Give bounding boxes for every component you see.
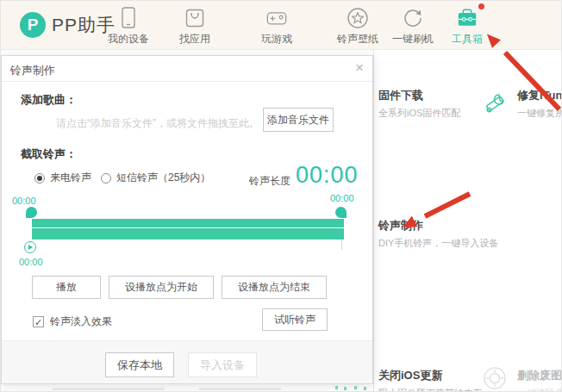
close-icon[interactable]: × <box>355 59 364 77</box>
background-waveform-tick <box>344 387 347 390</box>
track-end-marker <box>341 240 342 250</box>
toolbox-icon <box>456 7 478 29</box>
tool-title: 固件下载 <box>378 88 460 103</box>
radio-sms-ringtone[interactable]: 短信铃声（25秒内） <box>101 171 210 185</box>
background-waveform-tick <box>335 386 338 389</box>
ringtone-maker-dialog: 铃声制作 × 添加歌曲： 请点击“添加音乐文件”，或将文件拖拽至此。 添加音乐文… <box>1 55 373 384</box>
gear-icon <box>483 366 507 392</box>
ringtone-length-label: 铃声长度 <box>249 174 290 189</box>
tool-subtitle: DIY手机铃声，一键导入设备 <box>378 237 498 250</box>
background-text-remnant <box>199 388 281 390</box>
slider-start-handle[interactable] <box>26 207 37 218</box>
radio-unselected-icon <box>101 173 111 184</box>
radio-label: 短信铃声（25秒内） <box>116 171 210 185</box>
nav-play-games[interactable]: 玩游戏 <box>249 7 304 47</box>
background-waveform-tick <box>364 387 366 390</box>
ringtone-length-value: 00:00 <box>296 162 359 189</box>
nav-ringtone-wallpaper[interactable]: 铃声壁纸 <box>330 7 385 47</box>
drop-zone-placeholder: 请点击“添加音乐文件”，或将文件拖拽至此。 <box>56 116 259 131</box>
radio-selected-icon <box>34 173 45 184</box>
slider-start-time: 00:00 <box>12 196 36 206</box>
checkbox-checked-icon: ✓ <box>33 316 44 327</box>
tool-title: 关闭iOS更新 <box>378 368 483 383</box>
nav-one-key-flash[interactable]: 一键刷机 <box>385 7 440 47</box>
cut-ringtone-label: 截取铃声： <box>21 146 77 162</box>
refresh-icon <box>402 7 424 29</box>
top-navigation-bar: P PP助手 我的设备 找应用 <box>1 1 562 50</box>
play-button[interactable]: 播放 <box>32 276 101 299</box>
nav-label: 一键刷机 <box>392 32 434 47</box>
nav-label: 我的设备 <box>108 32 149 47</box>
preview-ringtone-button[interactable]: 试听铃声 <box>262 308 328 331</box>
add-song-label: 添加歌曲： <box>21 92 77 108</box>
tool-title: 删除废图标 <box>517 368 562 383</box>
tool-subtitle: 全系列iOS固件匹配 <box>378 107 460 120</box>
radio-call-ringtone[interactable]: 来电铃声 <box>34 171 91 185</box>
background-waveform-tick <box>354 386 357 389</box>
bag-icon <box>184 7 206 29</box>
fade-in-checkbox[interactable]: ✓ 铃声淡入效果 <box>33 314 112 329</box>
nav-label: 找应用 <box>179 32 210 47</box>
nav-label: 工具箱 <box>452 32 483 47</box>
tool-title: 铃声制作 <box>378 218 498 233</box>
set-end-button[interactable]: 设播放点为结束 <box>222 276 327 299</box>
tool-subtitle: 阻止固件预下载节约内存 <box>378 387 483 392</box>
radio-label: 来电铃声 <box>50 171 91 185</box>
tool-subtitle: 一键清除废图标 <box>517 387 562 392</box>
nav-label: 铃声壁纸 <box>337 32 378 47</box>
tool-close-ios-update[interactable]: 关闭iOS更新 阻止固件预下载节约内存 <box>378 368 483 392</box>
dialog-titlebar: 铃声制作 × <box>2 56 372 82</box>
nav-toolbox[interactable]: 工具箱 <box>440 7 495 47</box>
tool-delete-waste-icons[interactable]: 删除废图标 一键清除废图标 <box>517 368 562 392</box>
wrench-icon <box>481 90 509 121</box>
slider-end-handle[interactable] <box>335 207 347 218</box>
playhead-icon[interactable] <box>24 241 36 253</box>
import-device-button[interactable]: 导入设备 <box>188 352 257 377</box>
star-circle-icon <box>347 7 369 29</box>
waveform-track[interactable] <box>32 219 344 240</box>
nav-my-devices[interactable]: 我的设备 <box>101 7 156 47</box>
pp-assistant-window: P PP助手 我的设备 找应用 <box>0 0 562 392</box>
set-start-button[interactable]: 设播放点为开始 <box>109 276 214 299</box>
playhead-time: 00:00 <box>19 257 43 267</box>
phone-icon <box>117 7 140 29</box>
dialog-title: 铃声制作 <box>10 63 55 78</box>
nav-find-apps[interactable]: 找应用 <box>167 7 222 47</box>
checkbox-label: 铃声淡入效果 <box>50 314 112 329</box>
tool-firmware-download[interactable]: 固件下载 全系列iOS固件匹配 <box>378 88 460 120</box>
slider-end-time: 00:00 <box>330 193 354 203</box>
notification-dot <box>478 3 484 9</box>
play-triangle-icon <box>28 245 33 250</box>
save-local-button[interactable]: 保存本地 <box>105 352 174 377</box>
tool-ringtone-maker[interactable]: 铃声制作 DIY手机铃声，一键导入设备 <box>378 218 498 250</box>
dialog-footer: 保存本地 导入设备 <box>2 340 372 383</box>
pp-logo-icon: P <box>20 12 46 38</box>
add-music-file-button[interactable]: 添加音乐文件 <box>263 108 334 132</box>
tool-title: 修复iTunes <box>517 88 562 103</box>
background-text-remnant <box>53 388 165 390</box>
tool-subtitle: 一键修复所有 <box>517 107 562 120</box>
gamepad-icon <box>265 7 288 29</box>
track-midline <box>32 227 344 228</box>
tool-fix-itunes[interactable]: 修复iTunes 一键修复所有 <box>517 88 562 120</box>
nav-label: 玩游戏 <box>261 32 292 47</box>
toolbox-panel: 固件下载 全系列iOS固件匹配 修复iTunes 一键修复所有 铃声制作 DIY… <box>373 50 562 392</box>
